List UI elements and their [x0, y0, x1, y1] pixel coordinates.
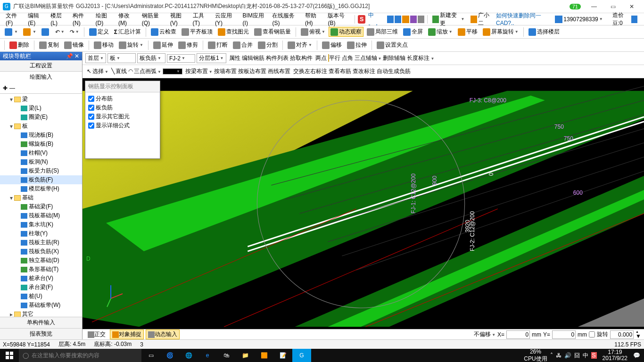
tree-node[interactable]: 筏板基础(M): [0, 211, 82, 220]
menu-modify[interactable]: 修改(M): [116, 13, 139, 25]
type-select[interactable]: 板负筋▼: [137, 53, 165, 63]
ggj-taskbar-icon[interactable]: G: [292, 349, 311, 362]
flat-button[interactable]: 平齐板顶: [180, 27, 215, 37]
account-button[interactable]: 13907298339▼: [552, 16, 605, 23]
rebar-qty-button[interactable]: 查看钢筋量: [252, 27, 293, 37]
tree-node[interactable]: 基础梁(F): [0, 202, 82, 211]
top-view-button[interactable]: 俯视▼: [299, 27, 327, 37]
x-input[interactable]: [506, 330, 530, 339]
menu-version[interactable]: 版本号(B): [325, 13, 353, 25]
notif-badge[interactable]: 71: [570, 4, 581, 9]
aux3-button[interactable]: 三点辅轴▼: [355, 54, 382, 62]
twopoint-button[interactable]: 两点: [315, 54, 327, 62]
tree-node[interactable]: 柱帽(V): [0, 148, 82, 157]
display-option[interactable]: 显示详细公式: [88, 121, 157, 130]
define-button[interactable]: 定义: [87, 27, 111, 37]
taskbar-clock[interactable]: 17:19 2017/9/22: [600, 349, 630, 362]
undo-button[interactable]: ↶▼: [53, 28, 66, 36]
align-button[interactable]: 对齐▼: [286, 40, 314, 50]
pick-button[interactable]: 拾取构件: [290, 54, 313, 62]
tree-node[interactable]: 梁(L): [0, 104, 82, 113]
layout-wall-button[interactable]: 按墙布置: [214, 67, 237, 75]
find-button[interactable]: 查找图元: [216, 27, 251, 37]
app-icon-4[interactable]: 📝: [273, 349, 292, 362]
edit-rebar-button[interactable]: 编辑钢筋: [242, 54, 264, 62]
category-select[interactable]: 板▼: [107, 53, 136, 63]
notifications-icon[interactable]: 💬: [633, 352, 640, 359]
menu-file[interactable]: 文件(F): [3, 13, 25, 25]
angle-button[interactable]: 点角: [342, 54, 353, 62]
tree-node[interactable]: 承台梁(F): [0, 283, 82, 292]
extend-button[interactable]: 延伸: [151, 40, 175, 50]
mic-icon[interactable]: [387, 16, 394, 23]
tree-node[interactable]: 板受力筋(S): [0, 166, 82, 175]
collapse-icon[interactable]: —: [9, 85, 15, 91]
tab-report-preview[interactable]: 报表预览: [0, 328, 82, 339]
display-option[interactable]: 显示其它图元: [88, 112, 157, 121]
viewport-3d[interactable]: FJ-3: C8@200 FJ-1: C12@200 FJ-2: C12@200…: [83, 78, 644, 339]
tree-node[interactable]: ▾板: [0, 122, 82, 131]
menu-component[interactable]: 构件(N): [70, 13, 93, 25]
component-tree[interactable]: ▾梁梁(L)圈梁(E)▾板现浇板(B)螺旋板(B)柱帽(V)板洞(N)板受力筋(…: [0, 94, 82, 317]
tree-node[interactable]: ▾基础: [0, 193, 82, 202]
move-button[interactable]: 移动: [92, 40, 116, 50]
menu-view[interactable]: 视图(V): [167, 13, 190, 25]
ime-icon[interactable]: 中: [583, 352, 588, 360]
split-button[interactable]: 分割: [256, 40, 280, 50]
tree-node[interactable]: 筏板负筋(X): [0, 247, 82, 256]
attributes-button[interactable]: 属性: [229, 54, 240, 62]
swap-button[interactable]: 交换左右标注: [293, 67, 327, 75]
settings-icon[interactable]: [418, 16, 424, 23]
open-button[interactable]: ▼: [21, 27, 38, 37]
edge-icon[interactable]: e: [198, 349, 217, 362]
sum-button[interactable]: Σ汇总计算: [112, 27, 143, 37]
layout-edge-button[interactable]: 按板边布置: [238, 67, 266, 75]
trim-button[interactable]: 修剪: [176, 40, 200, 50]
component-select[interactable]: FJ-2▼: [167, 54, 195, 63]
lang-icon[interactable]: 囧: [574, 352, 580, 360]
tree-node[interactable]: 板洞(N): [0, 157, 82, 166]
explorer-icon[interactable]: 📁: [236, 349, 255, 362]
y-input[interactable]: [552, 330, 576, 339]
menu-edit[interactable]: 编辑(E): [25, 13, 48, 25]
select-tool[interactable]: ↖选择▼: [87, 67, 108, 75]
tip-link[interactable]: 如何快速删除同一CAD?..: [496, 12, 548, 26]
zoom-button[interactable]: 缩放▼: [426, 27, 454, 37]
menu-rebar[interactable]: 钢筋量(Q): [139, 13, 167, 25]
snap-toggle[interactable]: 对象捕捉: [110, 329, 144, 339]
app-icon-3[interactable]: 🟧: [255, 349, 273, 362]
ortho-toggle[interactable]: 正交: [85, 329, 108, 339]
copy-button[interactable]: 复制: [37, 40, 61, 50]
app-icon-2[interactable]: 🌐: [179, 349, 198, 362]
tree-node[interactable]: 筏板主筋(R): [0, 238, 82, 247]
tree-node[interactable]: 集水坑(K): [0, 220, 82, 229]
angle-input[interactable]: [610, 330, 634, 339]
dim-button[interactable]: 长度标注▼: [407, 54, 434, 62]
tree-node[interactable]: 桩(U): [0, 292, 82, 301]
tree-node[interactable]: ▾梁: [0, 95, 82, 104]
select-floor-button[interactable]: 选择楼层: [527, 27, 561, 37]
redo-button[interactable]: ↷▼: [68, 28, 81, 36]
delaux-button[interactable]: 删除辅轴: [383, 54, 405, 62]
angle-stepper[interactable]: ▲▼: [636, 330, 641, 339]
dynamic-view-button[interactable]: 动态观察: [329, 27, 363, 37]
layer-select[interactable]: 分层板1▼: [197, 53, 226, 63]
component-list-button[interactable]: 构件列表: [266, 54, 289, 62]
taskview-icon[interactable]: ▭: [141, 349, 160, 362]
user-button[interactable]: 广小二: [468, 13, 496, 25]
layout-line-button[interactable]: 画线布置: [268, 67, 290, 75]
tab-draw-input[interactable]: 绘图输入: [0, 72, 82, 83]
view-rebar-button[interactable]: 查看布筋: [329, 67, 351, 75]
start-button[interactable]: [0, 349, 19, 362]
coin-button[interactable]: 造价豆:0: [610, 11, 641, 27]
display-option[interactable]: 分布筋: [88, 94, 157, 103]
new-change-button[interactable]: 新建变更▼: [429, 13, 467, 25]
tree-node[interactable]: 桩承台(V): [0, 274, 82, 283]
tree-node[interactable]: 圈梁(E): [0, 113, 82, 122]
new-button[interactable]: ▼: [3, 27, 20, 37]
rotate-view-button[interactable]: 屏幕旋转▼: [481, 27, 520, 37]
volume-icon[interactable]: 🔊: [564, 352, 571, 359]
tool-icon[interactable]: [402, 16, 409, 23]
stretch-button[interactable]: 拉伸: [345, 40, 369, 50]
cloud-check-button[interactable]: 云检查: [149, 27, 178, 37]
